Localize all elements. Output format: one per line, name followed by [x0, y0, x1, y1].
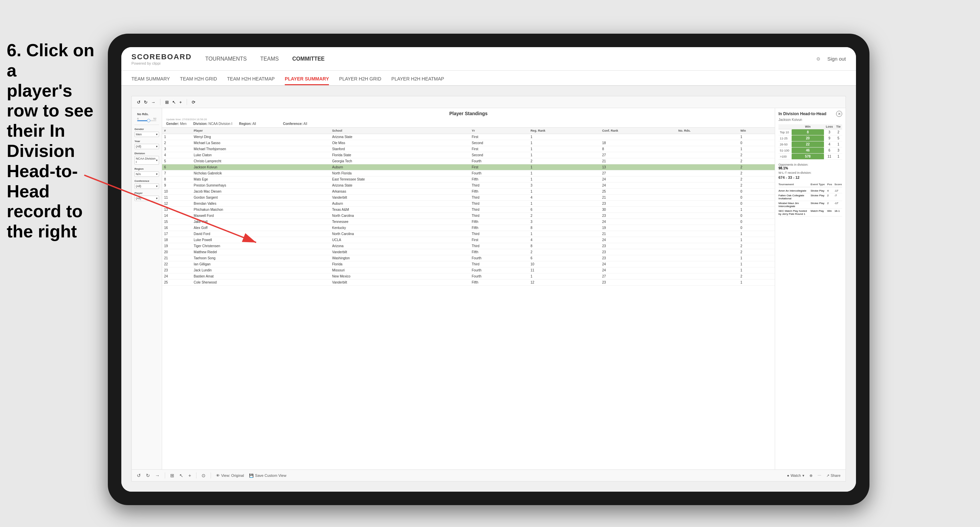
table-row[interactable]: 14 Maxwell Ford North Carolina Third 2 2… — [162, 213, 775, 219]
cell-reg: 2 — [528, 213, 600, 219]
table-row[interactable]: 3 Michael Thorbjornsen Stanford First 1 … — [162, 146, 775, 152]
cell-conf: 23 — [600, 279, 676, 286]
cell-rds — [676, 249, 738, 255]
cell-reg: 1 — [528, 164, 600, 170]
h2h-win-val: 20 — [792, 135, 824, 141]
save-icon: 💾 — [249, 473, 254, 478]
cell-yr: Third — [470, 195, 528, 201]
refresh-icon[interactable]: ⟳ — [192, 100, 196, 105]
table-row[interactable]: 17 David Ford North Carolina Third 1 21 … — [162, 231, 775, 237]
view-original-btn[interactable]: 👁 View: Original — [216, 473, 244, 478]
table-row[interactable]: 10 Jacob Mac Diesen Arkansas Fifth 1 25 … — [162, 189, 775, 195]
subnav-player-h2h-heatmap[interactable]: PLAYER H2H HEATMAP — [391, 76, 444, 85]
year-select[interactable]: (All) ▾ — [134, 144, 159, 149]
cell-yr: Fourth — [470, 170, 528, 176]
cell-reg: 3 — [528, 219, 600, 225]
table-row[interactable]: 4 Luke Claton Florida State Second 1 27 … — [162, 152, 775, 158]
table-row[interactable]: 8 Mats Ege East Tennessee State Fifth 1 … — [162, 176, 775, 183]
table-row[interactable]: 25 Cole Sherwood Vanderbilt Fifth 12 23 … — [162, 279, 775, 286]
table-row[interactable]: 13 Phichakun Maichon Texas A&M Third 6 3… — [162, 207, 775, 213]
table-row[interactable]: 12 Brendan Valles Auburn Third 1 23 0 — [162, 201, 775, 207]
subnav-team-h2h-heatmap[interactable]: TEAM H2H HEATMAP — [227, 76, 275, 85]
conference-filter-group: Conference (All) ▾ — [134, 179, 159, 189]
region-select[interactable]: N/A ▾ — [134, 171, 159, 177]
save-custom-label: Save Custom View — [255, 473, 286, 478]
update-time: Update time: 27/03/2024 16:56:26 — [166, 118, 771, 121]
share-label: Share — [831, 473, 840, 478]
tournament-col-type: Event Type — [810, 183, 826, 186]
table-row[interactable]: 22 Ian Gilligan Florida Third 10 24 1 — [162, 261, 775, 267]
conference-value: (All) — [136, 184, 141, 188]
instruction-line2: player's row to see — [7, 81, 93, 121]
watch-btn[interactable]: ● Watch ▾ — [787, 473, 804, 478]
table-row[interactable]: 16 Alex Goff Kentucky Fifth 8 19 0 — [162, 225, 775, 231]
table-row[interactable]: 18 Luke Powell UCLA First 4 24 1 — [162, 237, 775, 243]
share-icon[interactable]: ⊕ — [810, 473, 813, 478]
slider-thumb[interactable] — [147, 119, 150, 122]
table-row[interactable]: 19 Tiger Christensen Arizona Third 8 23 … — [162, 243, 775, 249]
h2h-close-button[interactable]: ✕ — [836, 111, 842, 117]
player-select[interactable]: (All) ▾ — [134, 196, 159, 201]
table-row[interactable]: 15 Jake Hall Tennessee Fifth 3 24 0 — [162, 219, 775, 225]
conference-select[interactable]: (All) ▾ — [134, 184, 159, 189]
table-row[interactable]: 1 Wenyi Ding Arizona State First 1 1 — [162, 134, 775, 140]
sign-out-button[interactable]: Sign out — [827, 56, 846, 62]
table-row[interactable]: 6 Jackson Koivun Auburn First 1 13 2 — [162, 164, 775, 170]
forward-icon[interactable]: → — [151, 100, 155, 105]
grid-btn[interactable]: ⊞ — [170, 473, 174, 478]
cell-rds — [676, 219, 738, 225]
cell-num: 11 — [162, 195, 192, 201]
table-row[interactable]: 23 Jack Lundin Missouri Fourth 11 24 1 — [162, 267, 775, 273]
subnav-team-h2h-grid[interactable]: TEAM H2H GRID — [180, 76, 217, 85]
nav-teams[interactable]: TEAMS — [260, 54, 279, 63]
cell-school: Florida State — [330, 152, 469, 158]
table-row[interactable]: 5 Christo Lamprecht Georgia Tech Fourth … — [162, 158, 775, 164]
timer-btn[interactable]: ⊙ — [202, 473, 205, 478]
cursor-icon[interactable]: ↖ — [172, 100, 176, 105]
subnav-player-h2h-grid[interactable]: PLAYER H2H GRID — [339, 76, 381, 85]
no-rds-slider[interactable] — [137, 120, 156, 121]
gender-select[interactable]: Men ▾ — [134, 132, 159, 137]
table-row[interactable]: 9 Preston Summerhays Arizona State Third… — [162, 183, 775, 189]
table-row[interactable]: 24 Bastien Amat New Mexico Fourth 1 27 2 — [162, 273, 775, 279]
table-row[interactable]: 20 Matthew Riedel Vanderbilt Fifth 2 23 … — [162, 249, 775, 255]
undo-icon[interactable]: ↺ — [137, 100, 140, 105]
cell-school: Georgia Tech — [330, 158, 469, 164]
plus-btn[interactable]: + — [188, 473, 191, 478]
settings-icon[interactable]: ⋯ — [818, 473, 821, 478]
subnav-team-summary[interactable]: TEAM SUMMARY — [131, 76, 170, 85]
table-row[interactable]: 2 Michael La Sasso Ole Miss Second 1 18 … — [162, 140, 775, 146]
filters-panel: No Rds. 652 Gender Men ▾ — [132, 108, 162, 470]
division-select[interactable]: NCAA Division I ▾ — [134, 156, 159, 165]
redo-btn[interactable]: ↻ — [146, 473, 150, 478]
undo-btn[interactable]: ↺ — [137, 473, 141, 478]
redo-icon[interactable]: ↻ — [144, 100, 148, 105]
cell-conf: 23 — [600, 249, 676, 255]
region-filter-label: Region — [134, 167, 159, 170]
cell-win: 2 — [738, 243, 775, 249]
col-yr: Yr — [470, 128, 528, 134]
cell-rds — [676, 183, 738, 189]
cell-rds — [676, 164, 738, 170]
cell-conf: 8 — [600, 146, 676, 152]
tournament-row: Mirabel Maui Jim Intercollegiate Stroke … — [778, 201, 842, 209]
t-score: 18-1 — [834, 210, 842, 216]
step-btn[interactable]: → — [155, 473, 160, 478]
table-row[interactable]: 11 Gordon Sargent Vanderbilt Third 4 21 … — [162, 195, 775, 201]
subnav-player-summary[interactable]: PLAYER SUMMARY — [285, 76, 329, 85]
nav-tournaments[interactable]: TOURNAMENTS — [205, 54, 247, 63]
add-icon[interactable]: + — [179, 100, 182, 105]
t-score: -7 — [834, 194, 842, 200]
save-custom-btn[interactable]: 💾 Save Custom View — [249, 473, 286, 478]
table-row[interactable]: 7 Nicholas Gabrelcik North Florida Fourt… — [162, 170, 775, 176]
share-btn[interactable]: ↗ Share — [826, 473, 840, 478]
table-row[interactable]: 21 Taehoon Song Washington Fourth 6 23 1 — [162, 255, 775, 261]
cell-conf: 21 — [600, 158, 676, 164]
cell-reg: 1 — [528, 170, 600, 176]
col-win: Win — [738, 128, 775, 134]
region-meta: Region: All — [239, 122, 256, 125]
cell-rds — [676, 273, 738, 279]
grid-icon[interactable]: ⊞ — [165, 100, 169, 105]
nav-committee[interactable]: COMMITTEE — [292, 54, 325, 63]
cursor-btn[interactable]: ↖ — [179, 473, 183, 478]
